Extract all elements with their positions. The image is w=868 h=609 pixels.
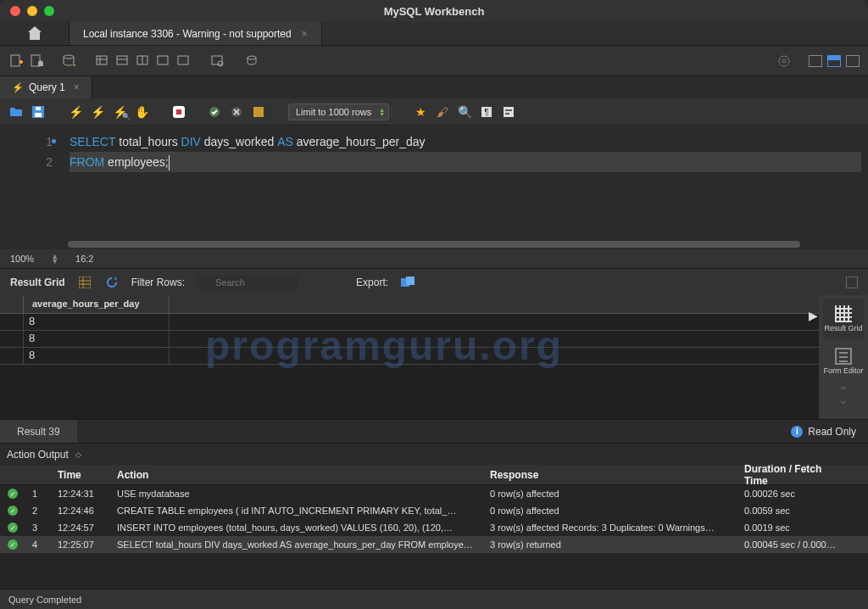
action-output-title: Action Output bbox=[7, 449, 69, 461]
zoom-level[interactable]: 100% bbox=[10, 254, 34, 264]
success-icon: ✓ bbox=[8, 522, 18, 533]
open-file-icon[interactable] bbox=[8, 104, 24, 120]
svg-rect-13 bbox=[158, 56, 168, 64]
db-icon[interactable] bbox=[61, 53, 76, 69]
result-grid[interactable]: average_hours_per_day programguru.org 88… bbox=[0, 295, 819, 419]
table-row[interactable]: 8 bbox=[0, 314, 819, 331]
filter-label: Filter Rows: bbox=[131, 277, 185, 288]
svg-rect-14 bbox=[178, 56, 188, 64]
export-label: Export: bbox=[356, 277, 388, 288]
grid-icon bbox=[835, 305, 852, 322]
wrap-icon[interactable] bbox=[501, 104, 516, 120]
execute-icon[interactable]: ⚡ bbox=[68, 104, 83, 120]
commit-icon[interactable] bbox=[207, 104, 222, 120]
tb-btn-4[interactable] bbox=[156, 53, 171, 69]
close-icon[interactable]: × bbox=[302, 28, 308, 40]
result-grid-header: average_hours_per_day bbox=[0, 295, 819, 314]
svg-rect-22 bbox=[36, 107, 41, 110]
result-side-tabs: ▶ Result Grid Form Editor ⌃⌄ bbox=[819, 295, 868, 419]
maximize-result-icon[interactable] bbox=[846, 277, 858, 288]
svg-text:¶: ¶ bbox=[485, 108, 489, 117]
autocommit-icon[interactable] bbox=[251, 104, 266, 120]
sql-editor[interactable]: 12 SELECT total_hours DIV days_worked AS… bbox=[0, 126, 868, 239]
action-row[interactable]: ✓412:25:07SELECT total_hours DIV days_wo… bbox=[0, 536, 868, 553]
svg-rect-6 bbox=[97, 56, 107, 64]
limit-label: Limit to 1000 rows bbox=[296, 107, 371, 117]
svg-point-18 bbox=[779, 56, 789, 66]
action-row[interactable]: ✓112:24:31USE mydatabase0 row(s) affecte… bbox=[0, 485, 868, 502]
window-title: MySQL Workbench bbox=[384, 5, 485, 18]
minimize-window-button[interactable] bbox=[27, 6, 37, 16]
stop-on-error-icon[interactable] bbox=[171, 104, 186, 120]
main-toolbar bbox=[0, 46, 868, 76]
limit-rows-select[interactable]: Limit to 1000 rows ▲▼ bbox=[288, 103, 389, 120]
gear-icon[interactable] bbox=[776, 53, 792, 69]
action-row[interactable]: ✓312:24:57INSERT INTO employees (total_h… bbox=[0, 519, 868, 536]
action-row[interactable]: ✓212:24:46CREATE TABLE employees ( id IN… bbox=[0, 502, 868, 519]
result-footer: Result 39 i Read Only bbox=[0, 419, 868, 443]
svg-rect-28 bbox=[504, 107, 514, 117]
svg-rect-21 bbox=[35, 113, 42, 117]
find-icon[interactable]: 🔍 bbox=[457, 104, 472, 120]
stop-icon[interactable]: ✋ bbox=[134, 104, 149, 120]
beautify-icon[interactable]: 🖌 bbox=[435, 104, 450, 120]
close-icon[interactable]: × bbox=[74, 81, 80, 93]
save-icon[interactable] bbox=[31, 104, 46, 120]
tb-btn-3[interactable] bbox=[136, 53, 151, 69]
query-tab-label: Query 1 bbox=[29, 81, 65, 93]
success-icon: ✓ bbox=[8, 539, 18, 550]
invisibles-icon[interactable]: ¶ bbox=[479, 104, 494, 120]
zoom-arrows-icon[interactable]: ▲▼ bbox=[51, 254, 58, 264]
pane-right-toggle[interactable] bbox=[846, 55, 860, 67]
code-area[interactable]: SELECT total_hours DIV days_worked AS av… bbox=[63, 126, 868, 239]
tb-btn-5[interactable] bbox=[176, 53, 192, 69]
svg-point-19 bbox=[782, 59, 786, 63]
result-grid-tab[interactable]: Result Grid bbox=[823, 299, 864, 339]
close-window-button[interactable] bbox=[10, 6, 20, 16]
pane-bottom-toggle[interactable] bbox=[827, 55, 841, 67]
connection-tab[interactable]: Local instance 3306 - Warning - not supp… bbox=[70, 22, 322, 45]
query-tabs: ⚡ Query 1 × bbox=[0, 76, 868, 98]
svg-point-4 bbox=[64, 55, 74, 59]
form-editor-tab[interactable]: Form Editor bbox=[823, 341, 864, 382]
status-text: Query Completed bbox=[8, 595, 81, 605]
column-header[interactable]: average_hours_per_day bbox=[24, 295, 170, 313]
tb-btn-1[interactable] bbox=[95, 53, 110, 69]
pane-left-toggle[interactable] bbox=[809, 55, 822, 67]
scroll-tabs-icon[interactable]: ⌃⌄ bbox=[838, 387, 849, 404]
table-row[interactable]: 8 bbox=[0, 348, 819, 365]
svg-point-17 bbox=[248, 56, 256, 59]
refresh-icon[interactable] bbox=[104, 275, 120, 290]
result-toolbar: Result Grid Filter Rows: 🔍 Export: bbox=[0, 268, 868, 295]
star-icon[interactable]: ★ bbox=[413, 104, 428, 120]
export-icon[interactable] bbox=[400, 275, 415, 290]
new-sql-icon[interactable] bbox=[8, 53, 24, 69]
home-tab[interactable] bbox=[0, 22, 70, 45]
side-label: Result Grid bbox=[824, 324, 862, 332]
rollback-icon[interactable] bbox=[229, 104, 244, 120]
table-row[interactable]: 8 bbox=[0, 331, 819, 348]
editor-toolbar: ⚡ ⚡ ⚡🔍 ✋ Limit to 1000 rows ▲▼ ★ 🖌 🔍 ¶ bbox=[0, 98, 868, 126]
maximize-window-button[interactable] bbox=[44, 6, 54, 16]
info-icon: i bbox=[791, 426, 803, 438]
query-tab[interactable]: ⚡ Query 1 × bbox=[0, 76, 92, 98]
connection-tab-label: Local instance 3306 - Warning - not supp… bbox=[83, 28, 292, 40]
tb-btn-6[interactable] bbox=[210, 53, 225, 69]
tb-btn-2[interactable] bbox=[115, 53, 131, 69]
filter-input[interactable] bbox=[197, 275, 298, 290]
bolt-icon: ⚡ bbox=[12, 82, 24, 93]
editor-h-scrollbar[interactable] bbox=[0, 239, 868, 249]
form-icon bbox=[835, 348, 852, 365]
svg-rect-29 bbox=[79, 277, 91, 288]
dropdown-icon[interactable]: ◇ bbox=[75, 450, 81, 459]
side-label: Form Editor bbox=[823, 366, 863, 375]
editor-status-bar: 100% ▲▼ 16:2 bbox=[0, 249, 868, 268]
collapse-arrow-icon[interactable]: ▶ bbox=[809, 309, 818, 322]
grid-view-icon[interactable] bbox=[77, 275, 92, 290]
result-tab[interactable]: Result 39 bbox=[0, 420, 77, 443]
open-sql-icon[interactable] bbox=[29, 53, 44, 69]
execute-explain-icon[interactable]: ⚡🔍 bbox=[112, 104, 127, 120]
tb-btn-7[interactable] bbox=[244, 53, 259, 69]
execute-current-icon[interactable]: ⚡ bbox=[90, 104, 105, 120]
result-title: Result Grid bbox=[10, 277, 65, 288]
